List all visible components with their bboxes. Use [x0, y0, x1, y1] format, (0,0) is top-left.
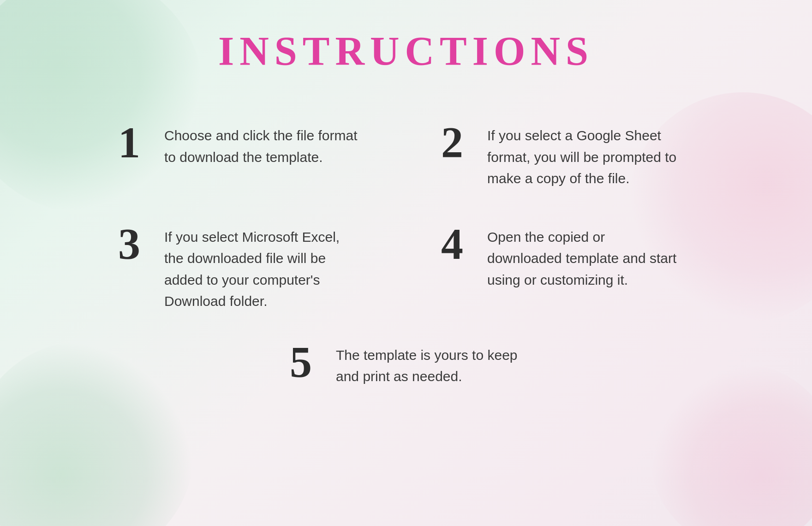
step-3-number: 3	[111, 222, 148, 266]
step-1-text: Choose and click the file format to down…	[164, 125, 358, 168]
step-4-number: 4	[434, 222, 471, 266]
step-4-text: Open the copied or downloaded template a…	[487, 227, 681, 291]
page-title: INSTRUCTIONS	[218, 28, 594, 74]
step-2-text: If you select a Google Sheet format, you…	[487, 125, 681, 190]
step-5-number: 5	[282, 340, 319, 384]
steps-grid: 1 Choose and click the file format to do…	[83, 107, 729, 397]
step-3-text: If you select Microsoft Excel, the downl…	[164, 227, 358, 312]
step-1-number: 1	[111, 120, 148, 165]
step-5: 5 The template is yours to keep and prin…	[282, 345, 530, 388]
step-2: 2 If you select a Google Sheet format, y…	[406, 107, 729, 208]
step-2-number: 2	[434, 120, 471, 165]
step-5-text: The template is yours to keep and print …	[336, 345, 530, 388]
step-5-row: 5 The template is yours to keep and prin…	[83, 331, 729, 397]
step-4: 4 Open the copied or downloaded template…	[406, 208, 729, 331]
step-1: 1 Choose and click the file format to do…	[83, 107, 406, 208]
page-content: INSTRUCTIONS 1 Choose and click the file…	[0, 0, 812, 526]
step-3: 3 If you select Microsoft Excel, the dow…	[83, 208, 406, 331]
